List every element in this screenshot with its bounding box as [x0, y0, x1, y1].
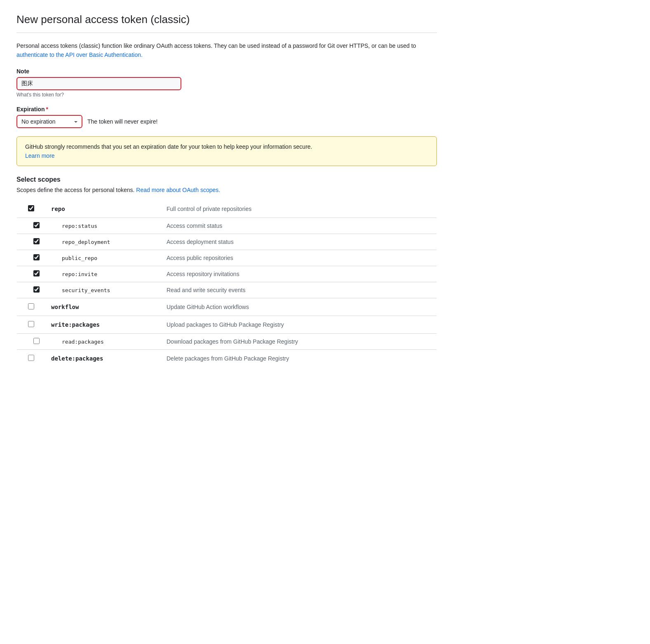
expiration-label: Expiration* [16, 106, 437, 112]
scope-name-repo_invite: repo:invite [62, 271, 97, 277]
scope-desc-security_events: Read and write security events [161, 282, 437, 298]
scope-name-write_packages: write:packages [51, 321, 100, 328]
scope-name-public_repo: public_repo [62, 255, 97, 261]
expiration-row: No expiration 7 days 30 days 60 days 90 … [16, 115, 437, 128]
scope-desc-repo: Full control of private repositories [161, 200, 437, 218]
checkbox-delete_packages[interactable] [28, 355, 34, 361]
api-auth-link[interactable]: authenticate to the API over Basic Authe… [16, 52, 143, 58]
scope-name-security_events: security_events [62, 287, 110, 293]
scope-desc-delete_packages: Delete packages from GitHub Package Regi… [161, 349, 437, 367]
checkbox-security_events[interactable] [33, 286, 40, 293]
oauth-scopes-link[interactable]: Read more about OAuth scopes. [136, 187, 220, 193]
scope-child-row: repo:inviteAccess repository invitations [17, 266, 437, 282]
checkbox-write_packages[interactable] [28, 321, 34, 327]
scopes-description: Scopes define the access for personal to… [16, 187, 437, 193]
page-description: Personal access tokens (classic) functio… [16, 41, 437, 60]
page-title: New personal access token (classic) [16, 13, 437, 26]
select-scopes-heading: Select scopes [16, 176, 437, 183]
checkbox-repo_status[interactable] [33, 222, 40, 228]
scope-parent-row: repoFull control of private repositories [17, 200, 437, 218]
scope-child-row: public_repoAccess public repositories [17, 250, 437, 266]
divider [16, 33, 437, 33]
checkbox-read_packages[interactable] [33, 338, 40, 344]
scopes-table: repoFull control of private repositories… [16, 200, 437, 368]
required-marker: * [46, 106, 48, 112]
checkbox-repo_invite[interactable] [33, 270, 40, 276]
scope-name-read_packages: read:packages [62, 339, 104, 345]
learn-more-link[interactable]: Learn more [25, 152, 55, 159]
note-label: Note [16, 68, 437, 75]
checkbox-public_repo[interactable] [33, 254, 40, 260]
scope-name-repo_status: repo:status [62, 223, 97, 229]
scope-parent-row: write:packagesUpload packages to GitHub … [17, 316, 437, 333]
scope-child-row: repo_deploymentAccess deployment status [17, 234, 437, 250]
expiration-field-group: Expiration* No expiration 7 days 30 days… [16, 106, 437, 128]
scope-desc-repo_deployment: Access deployment status [161, 234, 437, 250]
note-hint: What's this token for? [16, 92, 437, 98]
checkbox-repo[interactable] [28, 205, 34, 211]
scope-child-row: read:packagesDownload packages from GitH… [17, 333, 437, 349]
scope-desc-repo_invite: Access repository invitations [161, 266, 437, 282]
scope-desc-write_packages: Upload packages to GitHub Package Regist… [161, 316, 437, 333]
checkbox-workflow[interactable] [28, 303, 34, 309]
checkbox-repo_deployment[interactable] [33, 238, 40, 244]
note-field-group: Note What's this token for? [16, 68, 437, 98]
scope-child-row: security_eventsRead and write security e… [17, 282, 437, 298]
expiration-select[interactable]: No expiration 7 days 30 days 60 days 90 … [16, 115, 82, 128]
scope-parent-row: delete:packagesDelete packages from GitH… [17, 349, 437, 367]
scope-desc-workflow: Update GitHub Action workflows [161, 298, 437, 316]
scope-child-row: repo:statusAccess commit status [17, 218, 437, 234]
note-input[interactable] [16, 77, 181, 90]
warning-box: GitHub strongly recommends that you set … [16, 136, 437, 166]
scope-name-workflow: workflow [51, 304, 79, 310]
expiration-note: The token will never expire! [87, 118, 157, 125]
scope-desc-repo_status: Access commit status [161, 218, 437, 234]
scope-name-repo_deployment: repo_deployment [62, 239, 110, 245]
scope-parent-row: workflowUpdate GitHub Action workflows [17, 298, 437, 316]
scope-name-repo: repo [51, 206, 65, 212]
scope-desc-public_repo: Access public repositories [161, 250, 437, 266]
scope-name-delete_packages: delete:packages [51, 355, 103, 362]
warning-text: GitHub strongly recommends that you set … [25, 143, 428, 150]
scope-desc-read_packages: Download packages from GitHub Package Re… [161, 333, 437, 349]
